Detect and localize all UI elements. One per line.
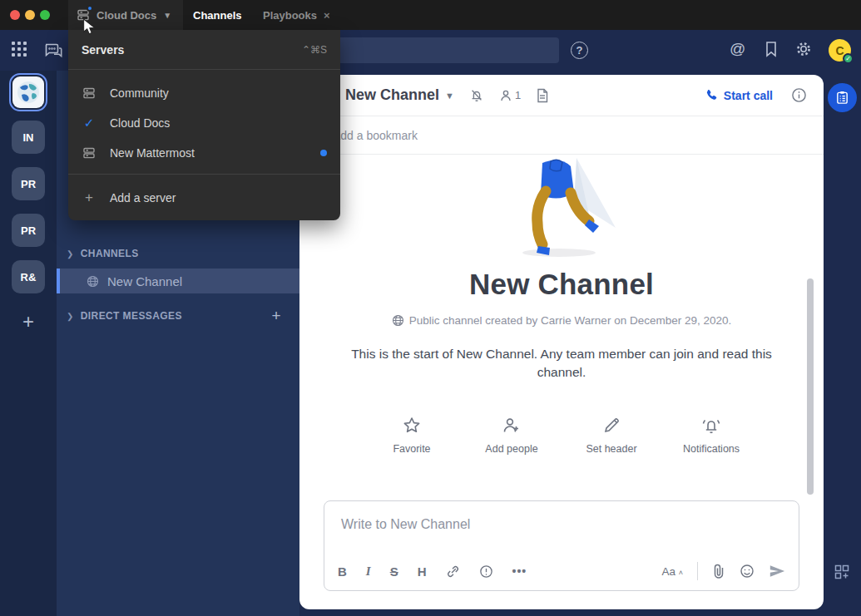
- chevron-right-icon: ❯: [67, 312, 74, 321]
- member-count-value: 1: [515, 89, 521, 101]
- playbooks-app-icon[interactable]: [828, 83, 857, 112]
- mouse-cursor-icon: [82, 19, 96, 35]
- help-icon[interactable]: ?: [571, 42, 588, 59]
- emoji-smiley-icon[interactable]: [740, 564, 755, 579]
- channel-header: New Channel ▼ 1: [299, 75, 824, 116]
- chevron-down-icon: ▼: [163, 11, 171, 20]
- team-button[interactable]: R&: [12, 260, 45, 293]
- team-initials: IN: [23, 131, 34, 144]
- app-bar: [824, 71, 861, 616]
- menu-item-label: New Mattermost: [110, 146, 195, 160]
- channel-name: New Channel: [107, 274, 182, 288]
- settings-gear-icon[interactable]: [795, 41, 812, 57]
- add-direct-message-button[interactable]: +: [272, 307, 282, 325]
- menu-item-label: Community: [110, 86, 169, 100]
- heading-button[interactable]: H: [418, 564, 427, 579]
- minimize-window-button[interactable]: [25, 10, 35, 20]
- servers-menu-title: Servers: [82, 43, 124, 57]
- channel-intro-description: This is the start of New Channel. Any te…: [335, 345, 789, 382]
- menu-item-community[interactable]: Community: [68, 78, 340, 108]
- mattermost-app-window: Cloud Docs ▼ Channels Playbooks ×: [0, 0, 861, 616]
- saved-posts-icon[interactable]: [764, 41, 779, 57]
- send-message-icon[interactable]: [769, 564, 785, 579]
- message-composer[interactable]: Write to New Channel B I S H: [324, 500, 799, 591]
- sidebar-item-new-channel[interactable]: New Channel: [57, 269, 299, 293]
- bold-button[interactable]: B: [338, 564, 347, 579]
- set-header-label: Set header: [586, 443, 636, 455]
- add-server-button[interactable]: + Add a server: [68, 180, 340, 216]
- running-legs-illustration: [491, 156, 632, 263]
- channel-info-icon[interactable]: [791, 87, 807, 103]
- team-initials: PR: [21, 178, 36, 190]
- star-icon: [402, 416, 422, 436]
- channel-created-byline: Public channel created by Carrie Warner …: [409, 314, 731, 327]
- message-input[interactable]: Write to New Channel: [341, 517, 470, 532]
- phone-icon: [705, 89, 718, 101]
- priority-icon[interactable]: [479, 564, 493, 579]
- menu-item-new-mattermost[interactable]: New Mattermost: [68, 138, 340, 168]
- italic-button[interactable]: I: [366, 564, 371, 579]
- member-count-button[interactable]: 1: [499, 89, 521, 102]
- apps-grid-plus-icon[interactable]: [834, 564, 849, 579]
- tab-playbooks-label: Playbooks: [263, 9, 317, 22]
- team-sidebar: IN PR PR R& +: [0, 71, 57, 616]
- mentions-icon[interactable]: @: [730, 40, 745, 58]
- menu-item-label: Cloud Docs: [110, 116, 170, 130]
- add-team-button[interactable]: +: [0, 310, 57, 333]
- close-window-button[interactable]: [10, 10, 20, 20]
- notifications-label: Notifications: [683, 443, 740, 455]
- channel-title-dropdown[interactable]: New Channel ▼: [345, 86, 454, 104]
- add-bookmark-label: Add a bookmark: [333, 129, 418, 142]
- tab-playbooks[interactable]: Playbooks ×: [263, 0, 330, 30]
- notifications-button[interactable]: Notifications: [679, 416, 744, 455]
- dm-section-label: DIRECT MESSAGES: [81, 310, 182, 322]
- muted-bell-icon[interactable]: [469, 88, 484, 103]
- direct-messages-section-header[interactable]: ❯ DIRECT MESSAGES +: [57, 304, 299, 328]
- toolbar-divider: [697, 562, 698, 580]
- tab-channels[interactable]: Channels: [193, 0, 242, 30]
- chevron-right-icon: ❯: [67, 249, 74, 259]
- start-call-label: Start call: [724, 89, 773, 102]
- close-tab-icon[interactable]: ×: [324, 9, 330, 22]
- pinned-file-icon[interactable]: [536, 88, 549, 103]
- main-content: New Channel ▼ 1: [299, 75, 824, 609]
- server-unread-dot: [87, 5, 93, 12]
- check-icon: ✓: [82, 116, 96, 131]
- channels-section-header[interactable]: ❯ CHANNELS: [57, 242, 299, 265]
- product-switcher-grid-icon[interactable]: [11, 41, 27, 57]
- favorite-button[interactable]: Favorite: [379, 416, 444, 455]
- format-toggle-button[interactable]: Aa ˄: [661, 565, 683, 578]
- team-button[interactable]: PR: [12, 214, 45, 247]
- person-icon: [499, 89, 512, 102]
- team-button[interactable]: IN: [12, 121, 45, 154]
- more-formatting-icon[interactable]: •••: [512, 564, 527, 578]
- menu-item-cloud-docs[interactable]: ✓ Cloud Docs: [68, 108, 340, 138]
- active-team-button[interactable]: [9, 73, 47, 111]
- globe-icon: [392, 314, 404, 327]
- person-plus-icon: [502, 416, 522, 436]
- strikethrough-button[interactable]: S: [390, 564, 398, 579]
- pencil-icon: [601, 416, 621, 436]
- globe-icon: [87, 275, 99, 288]
- formatting-toolbar: B I S H: [324, 552, 799, 590]
- servers-dropdown-menu: Servers ⌃⌘S Community ✓ Cloud Docs: [68, 30, 340, 220]
- channel-title: New Channel: [345, 86, 439, 104]
- channels-section-label: CHANNELS: [81, 248, 139, 259]
- unread-dot: [320, 150, 327, 156]
- set-header-button[interactable]: Set header: [579, 416, 644, 455]
- scrollbar[interactable]: [807, 278, 814, 495]
- add-people-button[interactable]: Add people: [479, 416, 544, 455]
- start-call-button[interactable]: Start call: [705, 89, 773, 102]
- link-icon[interactable]: [446, 564, 460, 579]
- server-icon: [82, 146, 96, 160]
- avatar[interactable]: C ✓: [829, 39, 851, 62]
- zoom-window-button[interactable]: [40, 10, 50, 20]
- servers-menu-shortcut: ⌃⌘S: [302, 44, 327, 56]
- channels-product-icon[interactable]: [43, 40, 63, 60]
- channel-intro-actions: Favorite Add people: [299, 416, 824, 455]
- globe-team-icon: [12, 76, 44, 108]
- plus-icon: +: [82, 190, 96, 206]
- attach-paperclip-icon[interactable]: [712, 564, 725, 579]
- team-button[interactable]: PR: [12, 167, 45, 200]
- bookmark-bar[interactable]: Add a bookmark: [299, 117, 824, 155]
